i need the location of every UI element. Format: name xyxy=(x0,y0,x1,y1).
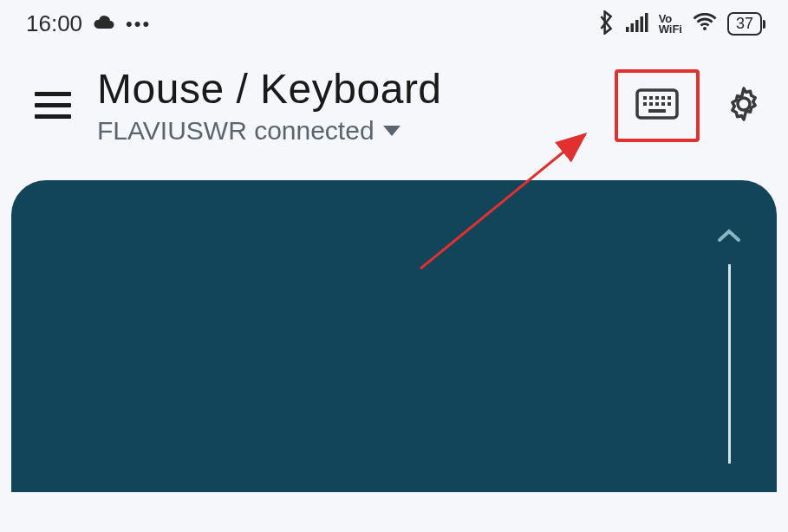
svg-rect-2 xyxy=(635,20,639,32)
vowifi-indicator: Vo WiFi xyxy=(659,14,682,35)
chevron-up-icon xyxy=(716,228,742,247)
svg-rect-16 xyxy=(648,109,666,113)
wifi-icon xyxy=(693,13,717,36)
keyboard-icon xyxy=(635,88,679,123)
header-actions xyxy=(615,69,762,142)
keyboard-button[interactable] xyxy=(615,69,700,142)
svg-rect-8 xyxy=(655,96,659,100)
bluetooth-icon xyxy=(596,10,615,38)
svg-rect-0 xyxy=(626,27,629,32)
cloud-icon xyxy=(93,10,115,37)
svg-rect-9 xyxy=(661,96,665,100)
svg-rect-10 xyxy=(668,96,671,100)
status-left: 16:00 ••• xyxy=(26,10,151,37)
gear-icon xyxy=(726,110,762,125)
more-icon: ••• xyxy=(126,13,151,36)
touchpad-area[interactable] xyxy=(11,180,777,492)
app-header: Mouse / Keyboard FLAVIUSWR connected xyxy=(0,48,788,180)
clock-time: 16:00 xyxy=(26,10,82,37)
status-bar: 16:00 ••• Vo WiFi 37 xyxy=(0,0,788,48)
menu-button[interactable] xyxy=(35,92,71,119)
svg-rect-1 xyxy=(630,23,634,32)
scroll-track xyxy=(728,264,731,464)
svg-rect-6 xyxy=(643,96,647,100)
header-text: Mouse / Keyboard FLAVIUSWR connected xyxy=(97,65,589,146)
page-title: Mouse / Keyboard xyxy=(97,65,589,113)
connection-dropdown[interactable]: FLAVIUSWR connected xyxy=(97,116,589,146)
battery-indicator: 37 xyxy=(727,12,762,36)
svg-rect-13 xyxy=(655,102,659,106)
settings-button[interactable] xyxy=(726,86,762,126)
svg-rect-4 xyxy=(645,13,648,32)
svg-rect-3 xyxy=(640,16,643,32)
signal-icon xyxy=(626,13,648,36)
svg-rect-12 xyxy=(649,102,653,106)
scroll-indicator[interactable] xyxy=(716,228,742,464)
status-right: Vo WiFi 37 xyxy=(596,10,762,38)
svg-rect-14 xyxy=(661,102,665,106)
svg-rect-11 xyxy=(643,102,647,106)
svg-rect-15 xyxy=(668,102,671,106)
connection-status: FLAVIUSWR connected xyxy=(97,116,374,146)
svg-rect-7 xyxy=(649,96,653,100)
chevron-down-icon xyxy=(383,126,401,136)
